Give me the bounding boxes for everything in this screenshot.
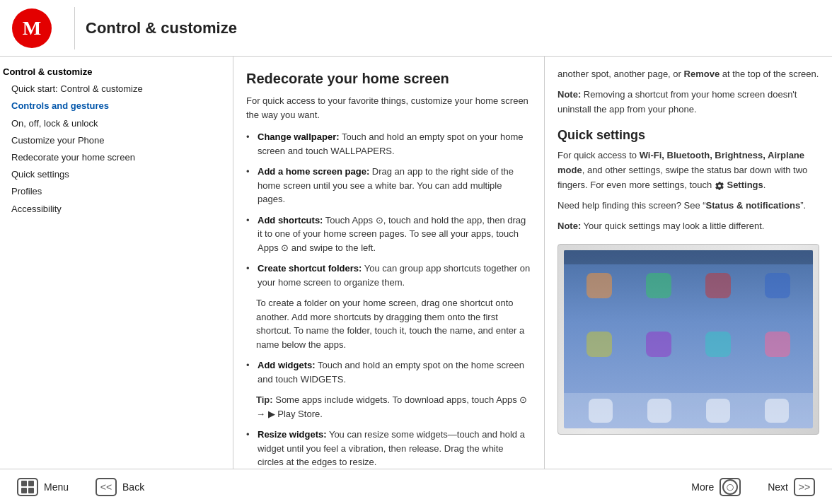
list-item: • Resize widgets: You can resize some wi… <box>246 428 531 469</box>
more-button[interactable]: More ◯ <box>681 474 751 500</box>
note2: Note: Your quick settings may look a lit… <box>557 219 819 234</box>
quick-settings-content: For quick access to Wi-Fi, Bluetooth, Br… <box>557 148 819 192</box>
phone-app-icon <box>587 273 612 298</box>
bullet-bold-change-wallpaper: Change wallpaper: <box>258 131 340 142</box>
back-label: Back <box>122 481 144 493</box>
more-icon: ◯ <box>720 478 741 496</box>
right-panel: another spot, another page, or Remove at… <box>545 57 832 469</box>
next-label: Next <box>768 481 788 493</box>
list-item: • Add widgets: Touch and hold an empty s… <box>246 358 531 386</box>
sidebar-item-control-customize[interactable]: Control & customize <box>0 64 233 81</box>
phone-app-icon <box>765 332 790 357</box>
right-continuation: another spot, another page, or Remove at… <box>557 67 819 82</box>
sidebar-item-controls-gestures[interactable]: Controls and gestures <box>0 98 233 115</box>
header: M Control & customize <box>0 0 832 57</box>
sub-paragraph: To create a folder on your home screen, … <box>256 296 531 351</box>
quick-settings-title: Quick settings <box>557 128 819 143</box>
bullet-list: • Change wallpaper: Touch and hold an em… <box>246 130 531 289</box>
note2-text: Your quick settings may look a little di… <box>581 221 764 231</box>
sidebar-item-quick-start[interactable]: Quick start: Control & customize <box>0 81 233 98</box>
motorola-logo: M <box>12 8 52 48</box>
next-icon: >> <box>794 478 815 496</box>
phone-app-icon <box>705 273 731 298</box>
remove-label: Remove <box>684 69 720 79</box>
page-title: Control & customize <box>86 19 237 37</box>
note1-text: Removing a shortcut from your home scree… <box>557 89 797 115</box>
settings-label: Settings <box>727 180 763 190</box>
phone-app-icon <box>705 332 731 357</box>
sidebar-item-quick-settings[interactable]: Quick settings <box>0 166 233 183</box>
phone-dock-icon <box>589 399 613 423</box>
list-item: • Create shortcut folders: You can group… <box>246 262 531 289</box>
main-content-panel: Redecorate your home screen For quick ac… <box>233 57 545 469</box>
note1: Note: Removing a shortcut from your home… <box>557 88 819 117</box>
menu-icon <box>17 478 38 496</box>
toolbar-right: More ◯ Next >> <box>681 474 832 500</box>
phone-icons-area <box>564 264 813 393</box>
content-intro: For quick access to your favorite things… <box>246 94 531 122</box>
list-item: • Add a home screen page: Drag an app to… <box>246 165 531 206</box>
back-icon: << <box>96 478 117 496</box>
tip-label: Tip: <box>256 394 273 405</box>
phone-app-icon <box>765 273 790 298</box>
phone-app-icon <box>646 332 671 357</box>
continuation-text: another spot, another page, or <box>557 69 681 79</box>
bullet-list-2: • Add widgets: Touch and hold an empty s… <box>246 358 531 386</box>
continuation-text2: at the top of the screen. <box>720 69 819 79</box>
main-layout: Control & customizeQuick start: Control … <box>0 57 832 469</box>
settings-gear-icon <box>715 181 724 191</box>
phone-dock-icon <box>706 399 730 423</box>
sidebar: Control & customizeQuick start: Control … <box>0 57 233 469</box>
bullet-bold-create-folders: Create shortcut folders: <box>258 263 362 274</box>
phone-app-icon <box>646 273 671 298</box>
list-item: • Change wallpaper: Touch and hold an em… <box>246 130 531 158</box>
sidebar-item-customize-phone[interactable]: Customize your Phone <box>0 132 233 149</box>
menu-label: Menu <box>44 481 69 493</box>
sidebar-item-profiles[interactable]: Profiles <box>0 183 233 200</box>
bullet-bold-add-shortcuts: Add shortcuts: <box>258 215 323 225</box>
sidebar-item-accessibility[interactable]: Accessibility <box>0 201 233 218</box>
bullet-bold-resize-widgets: Resize widgets: <box>258 429 327 440</box>
tip-note: Tip: Some apps include widgets. To downl… <box>256 393 531 421</box>
toolbar-left: Menu << Back <box>0 474 154 500</box>
content-title: Redecorate your home screen <box>246 71 531 87</box>
next-button[interactable]: Next >> <box>758 474 825 500</box>
bullet-bold-add-widgets: Add widgets: <box>258 360 316 370</box>
tip-text: Some apps include widgets. To download a… <box>256 394 527 419</box>
sidebar-item-redecorate-home[interactable]: Redecorate your home screen <box>0 149 233 166</box>
note1-label: Note: <box>557 89 581 100</box>
header-divider <box>74 7 75 49</box>
phone-dock-icon <box>647 399 671 423</box>
menu-button[interactable]: Menu <box>7 474 79 500</box>
phone-dock <box>564 393 813 428</box>
note2-label: Note: <box>557 221 581 231</box>
bullet-list-3: • Resize widgets: You can resize some wi… <box>246 428 531 469</box>
help-text: Need help finding this screen? See “Stat… <box>557 199 819 213</box>
list-item: • Add shortcuts: Touch Apps ⊙, touch and… <box>246 213 531 255</box>
logo-area: M <box>0 1 64 55</box>
phone-screen <box>564 250 813 428</box>
phone-screenshot <box>557 244 819 435</box>
phone-app-icon <box>587 332 612 357</box>
sidebar-item-on-off-lock[interactable]: On, off, lock & unlock <box>0 115 233 132</box>
qs-text: , and other settings, swipe the status b… <box>557 165 807 190</box>
phone-status-bar <box>564 250 813 264</box>
more-label: More <box>691 481 714 493</box>
content-area: Redecorate your home screen For quick ac… <box>233 57 832 469</box>
bullet-bold-add-home-page: Add a home screen page: <box>258 166 369 177</box>
qs-intro: For quick access to <box>557 150 637 160</box>
phone-dock-icon <box>765 399 789 423</box>
status-notifications-label: Status & notifications <box>706 200 801 211</box>
back-button[interactable]: << Back <box>86 474 154 500</box>
bottom-toolbar: Menu << Back More ◯ Next >> <box>0 469 832 504</box>
